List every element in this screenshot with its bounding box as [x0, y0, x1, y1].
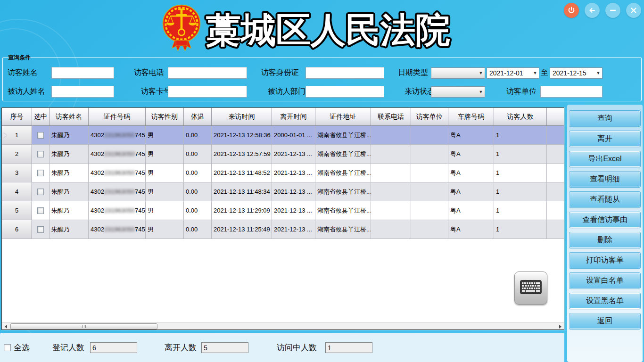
column-header[interactable]: 离开时间: [272, 108, 315, 125]
date-to-value: 2021-12-15: [550, 69, 594, 77]
phone-cell: [371, 182, 411, 201]
visitor-unit-cell: [411, 182, 448, 201]
visiting-count-label: 访问中人数: [277, 342, 317, 353]
date-from-value: 2021-12-01: [487, 69, 531, 77]
plate-number-cell: 粤A: [448, 201, 494, 220]
table-row[interactable]: 5朱醒乃430223196305074518男0.002021-12-13 11…: [2, 201, 564, 220]
id-number-cell: 430223196305074518: [89, 182, 146, 201]
visitor-unit-cell: [411, 220, 448, 239]
redacted-id-digits: 231963050: [104, 132, 135, 139]
column-header[interactable]: 联系电话: [371, 108, 411, 125]
visitor-phone-label: 访客电话: [134, 68, 164, 78]
id-address-cell: 湖南省攸县丫江桥...: [315, 145, 371, 164]
visitor-id-input[interactable]: [305, 67, 384, 79]
delete-button[interactable]: 删除: [570, 232, 640, 248]
id-number-cell: 430223196305074518: [89, 126, 146, 145]
visitor-phone-input[interactable]: [168, 67, 247, 79]
visited-name-label: 被访人姓名: [8, 87, 45, 97]
set-blacklist-button[interactable]: 设置黑名单: [570, 293, 640, 309]
select-all-checkbox[interactable]: [4, 344, 11, 351]
row-select-cell: [32, 126, 50, 145]
visitor-name-cell: 朱醒乃: [50, 182, 89, 201]
view-companions-button[interactable]: 查看随从: [570, 192, 640, 207]
temperature-cell: 0.00: [184, 182, 212, 201]
registered-count-field: [90, 342, 137, 353]
row-select-cell: [32, 164, 50, 182]
date-to-select[interactable]: 2021-12-15▼: [550, 67, 603, 79]
row-select-cell: [32, 145, 50, 164]
row-checkbox[interactable]: [37, 207, 44, 214]
table-row[interactable]: 4朱醒乃430223196305074518男0.002021-12-13 11…: [2, 182, 564, 201]
minimize-button[interactable]: [605, 3, 620, 18]
column-header[interactable]: 证件地址: [315, 108, 371, 125]
date-from-select[interactable]: 2021-12-01▼: [487, 67, 539, 79]
visitor-card-input[interactable]: [168, 86, 247, 98]
left-count-label: 离开人数: [165, 342, 197, 353]
row-checkbox[interactable]: [37, 189, 44, 195]
id-number-cell: 430223196305074518: [89, 164, 146, 182]
export-excel-button[interactable]: 导出Excel: [570, 151, 640, 167]
row-filler-cell: [547, 182, 564, 201]
set-whitelist-button[interactable]: 设置白名单: [570, 273, 640, 288]
power-button[interactable]: [564, 3, 579, 18]
column-header[interactable]: 访客人数: [494, 108, 547, 125]
visitor-card-label: 访客卡号: [141, 87, 171, 97]
leave-button[interactable]: 离开: [570, 131, 640, 147]
virtual-keyboard-button[interactable]: [514, 272, 547, 304]
row-checkbox[interactable]: [37, 151, 44, 157]
row-select-cell: [32, 201, 50, 220]
temperature-cell: 0.00: [184, 164, 212, 182]
temperature-cell: 0.00: [184, 126, 212, 145]
row-number-cell: 6: [2, 220, 32, 239]
column-header[interactable]: 体温: [184, 108, 212, 125]
row-number-cell: 2: [2, 145, 32, 164]
visit-status-select[interactable]: ▼: [431, 86, 485, 98]
visitor-unit-cell: [411, 201, 448, 220]
view-details-button[interactable]: 查看明细: [570, 172, 640, 187]
column-header[interactable]: 访客单位: [411, 108, 448, 125]
id-address-cell: 湖南省攸县丫江桥...: [315, 164, 371, 182]
redacted-id-digits: 231963050: [104, 207, 135, 214]
plate-number-cell: 粤A: [448, 220, 494, 239]
column-header[interactable]: 车牌号码: [448, 108, 494, 125]
row-checkbox[interactable]: [37, 226, 44, 233]
column-header[interactable]: 访客姓名: [50, 108, 89, 125]
column-header[interactable]: 选中: [32, 108, 50, 125]
print-visitor-slip-button[interactable]: 打印访客单: [570, 253, 640, 268]
row-number-cell: 5: [2, 201, 32, 220]
back-button[interactable]: [585, 3, 600, 18]
gender-cell: 男: [146, 145, 184, 164]
column-header[interactable]: 序号: [2, 108, 32, 125]
row-checkbox[interactable]: [37, 132, 44, 139]
scrollbar-thumb[interactable]: [10, 323, 157, 329]
action-button-panel: 查询 离开 导出Excel 查看明细 查看随从 查看信访事由 删除 打印访客单 …: [567, 105, 643, 362]
gender-cell: 男: [146, 201, 184, 220]
visitor-unit-input[interactable]: [540, 86, 603, 98]
query-button[interactable]: 查询: [570, 111, 640, 126]
visitor-name-label: 访客姓名: [8, 68, 38, 78]
row-checkbox[interactable]: [37, 170, 44, 176]
return-button[interactable]: 返回: [570, 313, 640, 329]
visited-dept-label: 被访人部门: [268, 87, 305, 97]
scroll-right-arrow[interactable]: [556, 323, 564, 330]
select-all-label: 全选: [14, 342, 30, 353]
table-row[interactable]: 1朱醒乃430223196305074518男0.002021-12-13 12…: [2, 126, 564, 145]
view-petition-button[interactable]: 查看信访事由: [570, 212, 640, 228]
chevron-down-icon: ▼: [477, 71, 485, 75]
leave-time-cell: 2021-12-13 ...: [272, 220, 315, 239]
chevron-down-icon: ▼: [594, 71, 602, 75]
visited-name-input[interactable]: [51, 86, 114, 98]
close-button[interactable]: [626, 3, 641, 18]
table-row[interactable]: 2朱醒乃430223196305074518男0.002021-12-13 12…: [2, 145, 564, 164]
date-type-select[interactable]: ▼: [431, 67, 485, 79]
table-row[interactable]: 6朱醒乃430223196305074518男0.002021-12-13 11…: [2, 220, 564, 239]
visitor-name-input[interactable]: [51, 67, 114, 79]
table-row[interactable]: 3朱醒乃430223196305074518男0.002021-12-13 11…: [2, 164, 564, 182]
scroll-left-arrow[interactable]: [2, 323, 9, 330]
app-header: 藁城区人民法院: [0, 0, 644, 56]
column-header[interactable]: 访客性别: [146, 108, 184, 125]
horizontal-scrollbar[interactable]: [2, 322, 564, 329]
visited-dept-input[interactable]: [305, 86, 384, 98]
column-header[interactable]: 来访时间: [212, 108, 272, 125]
column-header[interactable]: 证件号码: [89, 108, 146, 125]
